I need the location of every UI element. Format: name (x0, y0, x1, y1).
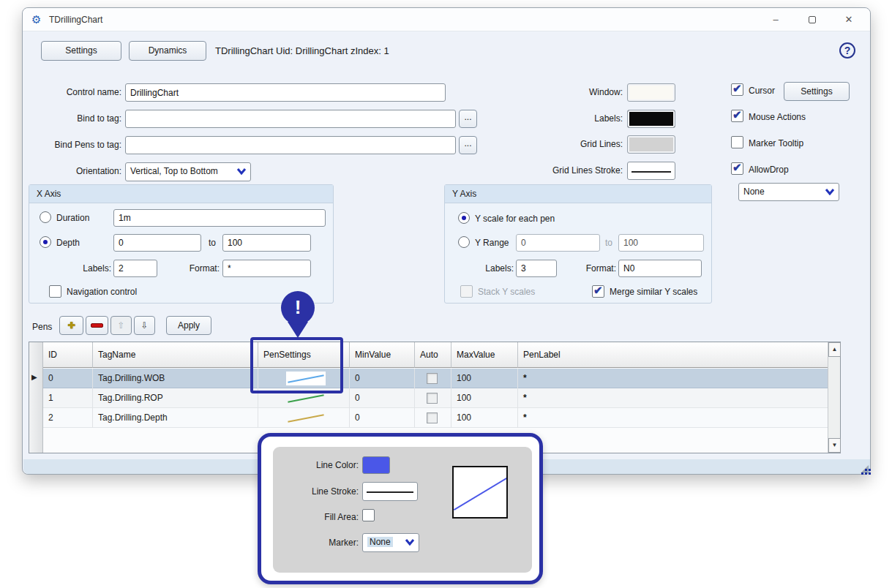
bind-to-tag-label: Bind to tag: (23, 113, 121, 124)
row-selector-icon: ▶ (31, 373, 37, 381)
depth-radio[interactable] (40, 236, 51, 248)
allow-drop-checkbox[interactable]: ✔ (731, 162, 743, 175)
cell-maxvalue[interactable]: 100 (451, 388, 518, 408)
remove-pen-button[interactable] (86, 316, 108, 335)
cell-penlabel[interactable]: * (518, 408, 829, 428)
mouse-actions-checkbox[interactable]: ✔ (731, 110, 743, 122)
move-pen-up-button[interactable]: ⇧ (110, 316, 132, 335)
fill-area-label: Fill Area: (273, 512, 359, 522)
x-format-input[interactable] (222, 260, 311, 277)
extra-dropdown[interactable]: None (738, 183, 839, 201)
chevron-down-icon (236, 167, 247, 175)
bind-to-tag-input[interactable] (125, 110, 456, 128)
bind-pens-to-tag-browse-button[interactable]: ... (459, 136, 477, 154)
control-name-input[interactable] (125, 83, 446, 102)
column-header-tagname[interactable]: TagName (93, 342, 258, 368)
scroll-down-button[interactable]: ▼ (828, 438, 841, 453)
auto-checkbox[interactable] (427, 393, 438, 404)
window-color-swatch[interactable] (627, 83, 675, 102)
add-pen-button[interactable]: ✚ (59, 316, 83, 335)
resize-grip-dots (865, 469, 867, 471)
column-header-penlabel[interactable]: PenLabel (518, 342, 829, 368)
depth-from-input[interactable] (113, 234, 201, 252)
check-icon: ✔ (732, 161, 742, 174)
cell-minvalue[interactable]: 0 (350, 388, 415, 408)
y-scale-each-pen-label: Y scale for each pen (475, 214, 555, 224)
y-format-input[interactable] (618, 260, 702, 277)
column-header-id[interactable]: ID (43, 342, 93, 368)
table-row[interactable]: 2 Tag.Drilling.Depth 0 100 * (43, 408, 829, 428)
cell-tagname: Tag.Drilling.Depth (93, 408, 258, 428)
cell-minvalue[interactable]: 0 (350, 408, 415, 428)
y-range-from-input[interactable] (516, 234, 600, 252)
x-labels-input[interactable] (113, 260, 157, 277)
y-range-to-input[interactable] (618, 234, 704, 252)
auto-checkbox[interactable] (427, 412, 438, 423)
grid-lines-stroke-button[interactable] (627, 162, 675, 180)
line-color-swatch[interactable] (362, 456, 390, 474)
move-pen-down-button[interactable]: ⇩ (134, 316, 155, 335)
chevron-down-icon (825, 188, 835, 195)
marker-dropdown[interactable]: None (362, 533, 419, 552)
cell-auto[interactable] (415, 388, 451, 408)
window-color-label: Window: (498, 87, 623, 97)
pen-settings-popup-highlight: Line Color: Line Stroke: Fill Area: ✔ Ma… (258, 433, 543, 584)
minimize-button[interactable]: – (760, 8, 791, 31)
labels-color-swatch[interactable] (627, 110, 675, 128)
vertical-scrollbar[interactable]: ▲ ▼ (828, 342, 840, 453)
table-row[interactable]: 1 Tag.Drilling.ROP 0 100 * (43, 388, 829, 408)
table-row[interactable]: ▶ 0 Tag.Drilling.WOB 0 100 * (43, 369, 829, 388)
cell-auto[interactable] (415, 369, 451, 388)
merge-y-scales-checkbox[interactable]: ✔ (592, 285, 604, 298)
cell-penlabel[interactable]: * (518, 388, 829, 408)
pen-preview-line (454, 475, 508, 510)
close-button[interactable]: ✕ (833, 8, 864, 31)
stroke-line-icon (367, 491, 413, 493)
grid-lines-color-swatch[interactable] (627, 135, 675, 154)
marker-tooltip-checkbox[interactable]: ✔ (731, 136, 743, 148)
stack-y-scales-label: Stack Y scales (478, 287, 535, 297)
cursor-checkbox[interactable]: ✔ (731, 83, 743, 96)
bind-to-tag-browse-button[interactable]: ... (459, 110, 477, 128)
duration-radio[interactable] (40, 211, 51, 223)
cell-minvalue[interactable]: 0 (350, 369, 415, 388)
cell-auto[interactable] (415, 408, 451, 428)
resize-grip-icon[interactable]: ◢ (861, 463, 869, 473)
navigation-control-checkbox[interactable]: ✔ (49, 285, 61, 298)
column-header-minvalue[interactable]: MinValue (350, 342, 415, 368)
auto-checkbox[interactable] (427, 373, 438, 384)
cell-maxvalue[interactable]: 100 (451, 369, 518, 388)
grid-lines-color-label: Grid Lines: (498, 139, 623, 149)
cell-maxvalue[interactable]: 100 (451, 408, 518, 428)
orientation-dropdown[interactable]: Vertical, Top to Bottom (125, 162, 251, 181)
y-axis-group-title: Y Axis (445, 185, 711, 203)
fill-area-checkbox[interactable]: ✔ (362, 509, 375, 521)
duration-input[interactable] (113, 209, 326, 227)
orientation-value: Vertical, Top to Bottom (130, 166, 218, 176)
bind-pens-to-tag-input[interactable] (125, 136, 456, 154)
y-axis-group: Y Axis Y scale for each pen Y Range to L… (444, 184, 712, 304)
y-labels-input[interactable] (516, 260, 557, 277)
scroll-up-button[interactable]: ▲ (828, 342, 841, 357)
y-range-radio[interactable] (458, 236, 470, 248)
stroke-line-icon (631, 171, 671, 173)
depth-to-label: to (209, 238, 216, 248)
apply-button[interactable]: Apply (166, 316, 211, 335)
y-scale-each-pen-radio[interactable] (458, 212, 470, 224)
bind-pens-to-tag-label: Bind Pens to tag: (23, 140, 121, 150)
maximize-button[interactable] (797, 8, 828, 31)
cell-pensettings[interactable] (258, 408, 350, 428)
stack-y-scales-checkbox[interactable]: ✔ (460, 285, 473, 298)
cell-id: 2 (43, 408, 93, 428)
dynamics-button[interactable]: Dynamics (129, 41, 206, 61)
settings-button[interactable]: Settings (41, 41, 121, 61)
help-icon[interactable]: ? (839, 42, 855, 59)
line-stroke-label: Line Stroke: (273, 486, 359, 497)
depth-to-input[interactable] (222, 234, 311, 252)
column-header-maxvalue[interactable]: MaxValue (451, 342, 518, 368)
line-stroke-button[interactable] (362, 482, 418, 501)
maximize-icon (809, 16, 816, 23)
cursor-settings-button[interactable]: Settings (784, 82, 850, 101)
cell-penlabel[interactable]: * (518, 369, 829, 388)
column-header-auto[interactable]: Auto (415, 342, 451, 368)
